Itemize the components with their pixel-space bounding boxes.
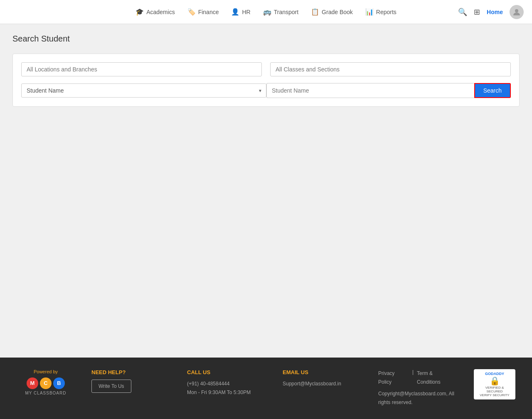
student-name-input[interactable] (266, 83, 474, 98)
nav-academics[interactable]: 🎓 Academics (135, 8, 175, 16)
phone-number: (+91) 40-48584444 (187, 380, 266, 389)
call-us-title: CALL US (187, 369, 266, 375)
footer-powered: Powered by M C B MY CLASSBOARD (17, 369, 75, 395)
main-nav: 🎓 Academics 🏷️ Finance 👤 HR 🚌 Transport … (0, 0, 532, 24)
nav-gradebook-label: Grade Book (322, 9, 353, 15)
nav-items: 🎓 Academics 🏷️ Finance 👤 HR 🚌 Transport … (135, 8, 397, 16)
search-button[interactable]: Search (474, 83, 511, 98)
search-row: Student Name Search (21, 83, 511, 98)
avatar[interactable] (510, 5, 524, 19)
gradebook-icon: 📋 (311, 8, 319, 16)
nav-finance[interactable]: 🏷️ Finance (187, 8, 219, 16)
term-conditions-link[interactable]: Term & Conditions (417, 369, 457, 387)
logo-circles: M C B (17, 377, 75, 389)
nav-right: 🔍 ⊞ Home (458, 5, 524, 19)
main-content: Search Student Student Name Search (0, 24, 532, 358)
verify-security-label: VERIFY SECURITY (478, 393, 511, 397)
classes-group (270, 62, 511, 76)
nav-transport-label: Transport (274, 9, 298, 15)
powered-by-label: Powered by (17, 369, 75, 374)
hr-icon: 👤 (231, 8, 239, 16)
verified-badge[interactable]: GODADDY 🔒 VERIFIED & SECURED VERIFY SECU… (474, 369, 515, 399)
privacy-row: Privacy Policy | Term & Conditions (378, 369, 457, 387)
footer-email-us: EMAIL US Support@Myclassboard.in (283, 369, 362, 389)
footer-verified-badge: GODADDY 🔒 VERIFIED & SECURED VERIFY SECU… (474, 369, 515, 399)
nav-transport[interactable]: 🚌 Transport (263, 8, 298, 16)
brand-name: MY CLASSBOARD (17, 391, 75, 395)
verified-label: VERIFIED & SECURED (478, 386, 511, 393)
business-hours: Mon - Fri 9:30AM To 5:30PM (187, 388, 266, 397)
nav-hr[interactable]: 👤 HR (231, 8, 250, 16)
nav-academics-label: Academics (146, 9, 175, 15)
footer-need-help: NEED HELP? Write To Us (91, 369, 170, 393)
academics-icon: 🎓 (135, 8, 144, 16)
nav-home-link[interactable]: Home (487, 9, 503, 15)
student-name-select[interactable]: Student Name (21, 83, 266, 98)
nav-reports-label: Reports (376, 9, 397, 15)
nav-finance-label: Finance (198, 9, 219, 15)
student-name-dropdown-group: Student Name (21, 83, 266, 98)
locations-group (21, 62, 262, 76)
logo-b: B (53, 377, 65, 389)
filter-row (21, 62, 511, 76)
search-card: Student Name Search (12, 54, 520, 107)
copyright-text: Copyright@Myclassboard.com, All rights r… (378, 390, 457, 407)
student-name-select-wrapper: Student Name (21, 83, 266, 98)
footer-legal: Privacy Policy | Term & Conditions Copyr… (378, 369, 457, 407)
logo-m: M (27, 377, 38, 389)
nav-hr-label: HR (242, 9, 250, 15)
privacy-policy-link[interactable]: Privacy Policy (378, 369, 409, 387)
email-link[interactable]: Support@Myclassboard.in (283, 380, 362, 389)
logo-c: C (40, 377, 52, 389)
need-help-title: NEED HELP? (91, 369, 170, 375)
page-title: Search Student (12, 34, 520, 44)
email-us-title: EMAIL US (283, 369, 362, 375)
shield-icon: 🔒 (478, 376, 511, 386)
locations-input[interactable] (21, 62, 262, 76)
nav-gradebook[interactable]: 📋 Grade Book (311, 8, 353, 16)
transport-icon: 🚌 (263, 8, 271, 16)
student-name-input-group: Search (266, 83, 511, 98)
godaddy-label: GODADDY (478, 372, 511, 376)
svg-point-0 (515, 9, 518, 12)
finance-icon: 🏷️ (187, 8, 196, 16)
classes-input[interactable] (270, 62, 511, 76)
search-icon[interactable]: 🔍 (458, 7, 467, 17)
separator: | (412, 369, 414, 387)
grid-icon[interactable]: ⊞ (474, 7, 480, 17)
footer-call-us: CALL US (+91) 40-48584444 Mon - Fri 9:30… (187, 369, 266, 397)
write-to-us-button[interactable]: Write To Us (91, 380, 131, 393)
reports-icon: 📊 (365, 8, 374, 16)
nav-reports[interactable]: 📊 Reports (365, 8, 397, 16)
footer: Powered by M C B MY CLASSBOARD NEED HELP… (0, 358, 532, 419)
